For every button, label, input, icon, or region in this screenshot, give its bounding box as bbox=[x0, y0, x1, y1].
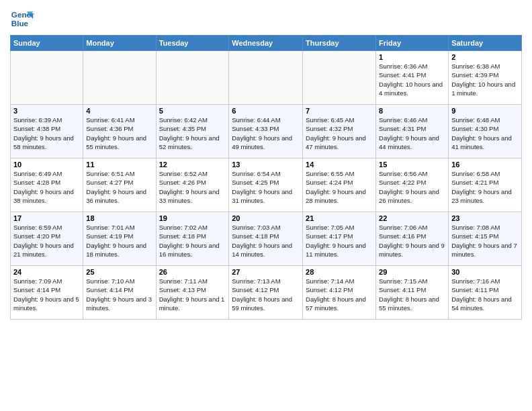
calendar-table: SundayMondayTuesdayWednesdayThursdayFrid… bbox=[10, 35, 522, 320]
day-info: Sunrise: 7:06 AM Sunset: 4:16 PM Dayligh… bbox=[379, 223, 445, 259]
calendar-cell: 18Sunrise: 7:01 AM Sunset: 4:19 PM Dayli… bbox=[83, 212, 156, 266]
logo: General Blue bbox=[10, 7, 34, 31]
calendar-cell: 17Sunrise: 6:59 AM Sunset: 4:20 PM Dayli… bbox=[11, 212, 83, 266]
calendar-week-4: 17Sunrise: 6:59 AM Sunset: 4:20 PM Dayli… bbox=[11, 212, 522, 266]
day-number: 9 bbox=[451, 107, 519, 115]
calendar-cell: 4Sunrise: 6:41 AM Sunset: 4:36 PM Daylig… bbox=[83, 105, 156, 158]
day-number: 22 bbox=[379, 214, 445, 222]
calendar-cell: 29Sunrise: 7:15 AM Sunset: 4:11 PM Dayli… bbox=[376, 266, 449, 320]
day-number: 11 bbox=[86, 161, 152, 169]
calendar-cell: 10Sunrise: 6:49 AM Sunset: 4:28 PM Dayli… bbox=[11, 158, 83, 212]
calendar-cell: 23Sunrise: 7:08 AM Sunset: 4:15 PM Dayli… bbox=[449, 212, 522, 266]
day-info: Sunrise: 7:01 AM Sunset: 4:19 PM Dayligh… bbox=[86, 223, 152, 259]
day-number: 12 bbox=[159, 161, 226, 169]
day-number: 28 bbox=[306, 268, 373, 276]
day-info: Sunrise: 6:42 AM Sunset: 4:35 PM Dayligh… bbox=[159, 116, 226, 151]
calendar-cell: 26Sunrise: 7:11 AM Sunset: 4:13 PM Dayli… bbox=[156, 266, 229, 320]
day-info: Sunrise: 7:14 AM Sunset: 4:12 PM Dayligh… bbox=[306, 277, 373, 312]
day-info: Sunrise: 6:44 AM Sunset: 4:33 PM Dayligh… bbox=[232, 116, 300, 151]
day-number: 24 bbox=[13, 268, 80, 276]
calendar-cell: 7Sunrise: 6:45 AM Sunset: 4:32 PM Daylig… bbox=[303, 105, 376, 158]
calendar-cell bbox=[303, 51, 376, 105]
calendar-cell: 12Sunrise: 6:52 AM Sunset: 4:26 PM Dayli… bbox=[156, 158, 229, 212]
day-info: Sunrise: 7:16 AM Sunset: 4:11 PM Dayligh… bbox=[451, 277, 519, 312]
calendar-cell: 27Sunrise: 7:13 AM Sunset: 4:12 PM Dayli… bbox=[229, 266, 303, 320]
weekday-header-monday: Monday bbox=[83, 36, 156, 51]
day-number: 4 bbox=[86, 107, 152, 115]
day-info: Sunrise: 6:39 AM Sunset: 4:38 PM Dayligh… bbox=[13, 116, 80, 151]
calendar-cell: 20Sunrise: 7:03 AM Sunset: 4:18 PM Dayli… bbox=[229, 212, 303, 266]
day-number: 20 bbox=[232, 214, 300, 222]
day-number: 14 bbox=[306, 161, 373, 169]
day-info: Sunrise: 6:52 AM Sunset: 4:26 PM Dayligh… bbox=[159, 169, 226, 205]
day-number: 16 bbox=[451, 161, 519, 169]
day-number: 26 bbox=[159, 268, 226, 276]
calendar-week-3: 10Sunrise: 6:49 AM Sunset: 4:28 PM Dayli… bbox=[11, 158, 522, 212]
calendar-cell: 5Sunrise: 6:42 AM Sunset: 4:35 PM Daylig… bbox=[156, 105, 229, 158]
day-info: Sunrise: 6:56 AM Sunset: 4:22 PM Dayligh… bbox=[379, 169, 445, 205]
day-info: Sunrise: 7:13 AM Sunset: 4:12 PM Dayligh… bbox=[232, 277, 300, 312]
calendar-cell bbox=[11, 51, 83, 105]
calendar-cell: 1Sunrise: 6:36 AM Sunset: 4:41 PM Daylig… bbox=[376, 51, 449, 105]
day-info: Sunrise: 7:08 AM Sunset: 4:15 PM Dayligh… bbox=[451, 223, 519, 259]
weekday-header-wednesday: Wednesday bbox=[229, 36, 303, 51]
day-number: 2 bbox=[451, 53, 519, 61]
calendar-cell: 3Sunrise: 6:39 AM Sunset: 4:38 PM Daylig… bbox=[11, 105, 83, 158]
day-info: Sunrise: 7:03 AM Sunset: 4:18 PM Dayligh… bbox=[232, 223, 300, 259]
calendar-cell: 28Sunrise: 7:14 AM Sunset: 4:12 PM Dayli… bbox=[303, 266, 376, 320]
calendar-cell: 2Sunrise: 6:38 AM Sunset: 4:39 PM Daylig… bbox=[449, 51, 522, 105]
day-number: 13 bbox=[232, 161, 300, 169]
calendar-cell: 30Sunrise: 7:16 AM Sunset: 4:11 PM Dayli… bbox=[449, 266, 522, 320]
day-number: 15 bbox=[379, 161, 445, 169]
day-number: 23 bbox=[451, 214, 519, 222]
day-number: 25 bbox=[86, 268, 152, 276]
day-number: 1 bbox=[379, 53, 445, 61]
day-info: Sunrise: 6:54 AM Sunset: 4:25 PM Dayligh… bbox=[232, 169, 300, 205]
day-info: Sunrise: 7:09 AM Sunset: 4:14 PM Dayligh… bbox=[13, 277, 80, 312]
calendar-cell bbox=[156, 51, 229, 105]
day-info: Sunrise: 6:45 AM Sunset: 4:32 PM Dayligh… bbox=[306, 116, 373, 151]
day-info: Sunrise: 7:11 AM Sunset: 4:13 PM Dayligh… bbox=[159, 277, 226, 312]
calendar-week-5: 24Sunrise: 7:09 AM Sunset: 4:14 PM Dayli… bbox=[11, 266, 522, 320]
day-info: Sunrise: 6:55 AM Sunset: 4:24 PM Dayligh… bbox=[306, 169, 373, 205]
day-info: Sunrise: 6:58 AM Sunset: 4:21 PM Dayligh… bbox=[451, 169, 519, 205]
calendar-cell: 13Sunrise: 6:54 AM Sunset: 4:25 PM Dayli… bbox=[229, 158, 303, 212]
calendar-cell: 8Sunrise: 6:46 AM Sunset: 4:31 PM Daylig… bbox=[376, 105, 449, 158]
day-info: Sunrise: 7:02 AM Sunset: 4:18 PM Dayligh… bbox=[159, 223, 226, 259]
day-info: Sunrise: 6:38 AM Sunset: 4:39 PM Dayligh… bbox=[451, 62, 519, 97]
day-info: Sunrise: 6:46 AM Sunset: 4:31 PM Dayligh… bbox=[379, 116, 445, 151]
day-info: Sunrise: 6:51 AM Sunset: 4:27 PM Dayligh… bbox=[86, 169, 152, 205]
calendar-cell: 11Sunrise: 6:51 AM Sunset: 4:27 PM Dayli… bbox=[83, 158, 156, 212]
calendar-cell bbox=[229, 51, 303, 105]
day-number: 6 bbox=[232, 107, 300, 115]
day-number: 7 bbox=[306, 107, 373, 115]
calendar-week-2: 3Sunrise: 6:39 AM Sunset: 4:38 PM Daylig… bbox=[11, 105, 522, 158]
day-number: 17 bbox=[13, 214, 80, 222]
svg-text:Blue: Blue bbox=[11, 19, 29, 28]
calendar-cell: 6Sunrise: 6:44 AM Sunset: 4:33 PM Daylig… bbox=[229, 105, 303, 158]
day-info: Sunrise: 6:41 AM Sunset: 4:36 PM Dayligh… bbox=[86, 116, 152, 151]
day-info: Sunrise: 6:59 AM Sunset: 4:20 PM Dayligh… bbox=[13, 223, 80, 259]
calendar-cell: 21Sunrise: 7:05 AM Sunset: 4:17 PM Dayli… bbox=[303, 212, 376, 266]
calendar-cell: 16Sunrise: 6:58 AM Sunset: 4:21 PM Dayli… bbox=[449, 158, 522, 212]
calendar-cell: 14Sunrise: 6:55 AM Sunset: 4:24 PM Dayli… bbox=[303, 158, 376, 212]
day-info: Sunrise: 6:36 AM Sunset: 4:41 PM Dayligh… bbox=[379, 62, 445, 97]
day-number: 29 bbox=[379, 268, 445, 276]
day-info: Sunrise: 7:05 AM Sunset: 4:17 PM Dayligh… bbox=[306, 223, 373, 259]
calendar-cell: 19Sunrise: 7:02 AM Sunset: 4:18 PM Dayli… bbox=[156, 212, 229, 266]
day-number: 30 bbox=[451, 268, 519, 276]
day-number: 19 bbox=[159, 214, 226, 222]
weekday-header-saturday: Saturday bbox=[449, 36, 522, 51]
day-number: 3 bbox=[13, 107, 80, 115]
calendar-cell bbox=[83, 51, 156, 105]
calendar-cell: 24Sunrise: 7:09 AM Sunset: 4:14 PM Dayli… bbox=[11, 266, 83, 320]
day-info: Sunrise: 6:48 AM Sunset: 4:30 PM Dayligh… bbox=[451, 116, 519, 151]
weekday-header-tuesday: Tuesday bbox=[156, 36, 229, 51]
day-number: 27 bbox=[232, 268, 300, 276]
weekday-header-friday: Friday bbox=[376, 36, 449, 51]
day-number: 5 bbox=[159, 107, 226, 115]
weekday-header-row: SundayMondayTuesdayWednesdayThursdayFrid… bbox=[11, 36, 522, 51]
day-number: 10 bbox=[13, 161, 80, 169]
day-number: 21 bbox=[306, 214, 373, 222]
header: General Blue bbox=[10, 7, 522, 31]
